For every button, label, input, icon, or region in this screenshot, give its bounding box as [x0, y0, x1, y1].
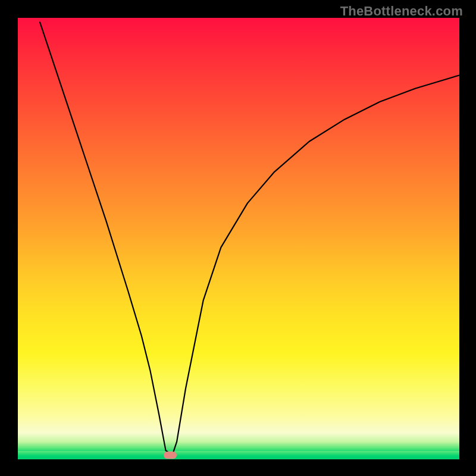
optimal-marker [164, 452, 177, 459]
bottleneck-curve [40, 22, 459, 455]
plot-area [18, 18, 459, 459]
watermark-text: TheBottleneck.com [340, 4, 463, 19]
curve-svg [18, 18, 459, 459]
chart-container: TheBottleneck.com [0, 0, 476, 476]
